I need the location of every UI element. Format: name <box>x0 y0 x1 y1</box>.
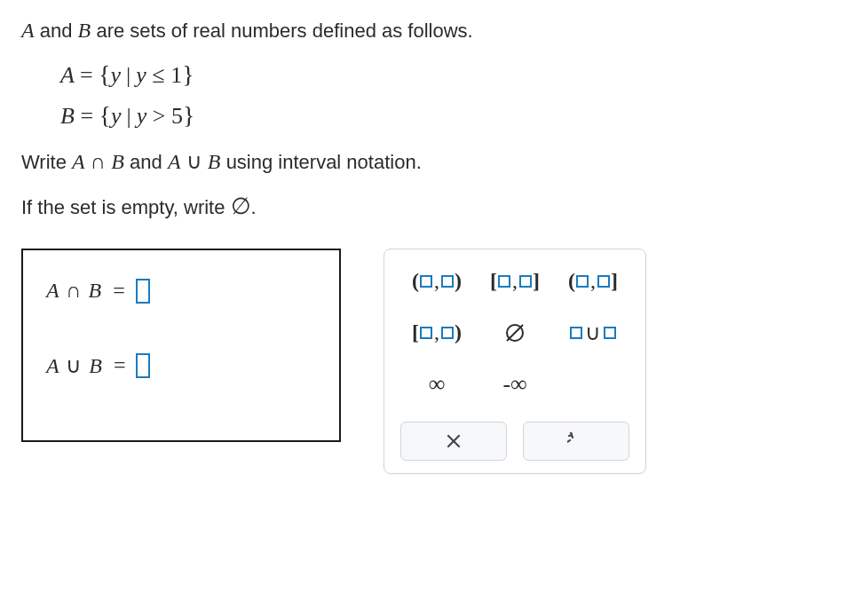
close-icon <box>446 433 462 449</box>
definition-B: B = {y|y > 5} <box>60 101 833 130</box>
clear-button[interactable] <box>400 422 507 461</box>
undo-icon <box>567 432 585 450</box>
neg-infinity-button[interactable]: -∞ <box>478 367 551 402</box>
equals-sign: = <box>109 279 129 303</box>
instruction-write: Write A ∩ B and A ∪ B using interval not… <box>21 147 833 178</box>
definition-A: A = {y|y ≤ 1} <box>60 60 833 89</box>
keypad: (,) [,] (,] [,) <box>384 249 646 474</box>
empty-set-icon <box>503 321 526 344</box>
instruction-empty: If the set is empty, write ∅. <box>21 191 833 223</box>
problem-intro: A and B are sets of real numbers defined… <box>21 16 833 46</box>
equals-sign-2: = <box>110 353 130 377</box>
keypad-spacer <box>557 367 629 402</box>
interval-closed-open-button[interactable]: [,) <box>400 315 473 351</box>
intersection-input[interactable] <box>136 279 150 304</box>
union-label: A ∪ B <box>46 353 103 378</box>
interval-open-open-button[interactable]: (,) <box>400 264 473 299</box>
interval-open-closed-button[interactable]: (,] <box>557 264 629 299</box>
answer-box: A ∩ B = A ∪ B = <box>21 249 341 442</box>
union-input[interactable] <box>136 353 150 378</box>
intersection-label: A ∩ B <box>46 279 102 303</box>
infinity-button[interactable]: ∞ <box>400 367 473 402</box>
undo-button[interactable] <box>523 422 629 461</box>
union-template-button[interactable]: ∪ <box>557 315 629 351</box>
interval-closed-closed-button[interactable]: [,] <box>478 264 551 299</box>
empty-set-button[interactable] <box>478 315 551 351</box>
union-row: A ∪ B = <box>46 353 316 378</box>
intersection-row: A ∩ B = <box>46 279 316 304</box>
set-A-symbol: A <box>21 19 35 42</box>
set-B-symbol: B <box>78 19 91 42</box>
